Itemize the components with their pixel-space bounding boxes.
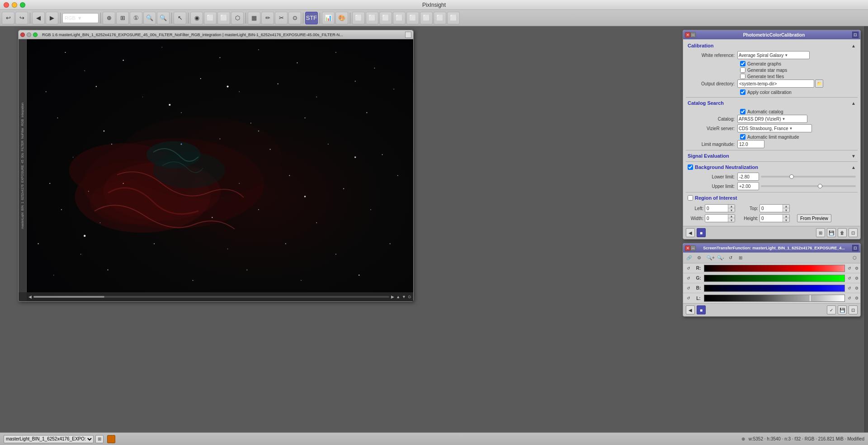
output-directory-browse-button[interactable]: 📁 bbox=[815, 80, 823, 88]
stf-g-bar[interactable] bbox=[704, 275, 845, 282]
roi-width-up[interactable]: ▲ bbox=[728, 214, 735, 218]
extra3-button[interactable]: ⬜ bbox=[379, 12, 392, 24]
stf-expand-button[interactable]: ⊡ bbox=[852, 245, 859, 251]
extra5-button[interactable]: ⬜ bbox=[406, 12, 419, 24]
stf-b-gear-button[interactable]: ⚙ bbox=[853, 285, 860, 292]
tool1-button[interactable]: ◉ bbox=[190, 12, 203, 24]
tool2-button[interactable]: ⬜ bbox=[204, 12, 217, 24]
image-nav-up[interactable]: ▲ bbox=[396, 295, 400, 299]
extra1-button[interactable]: ⬜ bbox=[352, 12, 365, 24]
lower-limit-slider-thumb[interactable] bbox=[789, 174, 794, 179]
image-canvas[interactable]: ◀ ▶ ▲ ▼ ⊙ bbox=[27, 39, 413, 301]
stf-g-gear-button[interactable]: ⚙ bbox=[853, 275, 860, 282]
output-directory-input[interactable] bbox=[737, 80, 814, 88]
background-neutralization-checkbox[interactable] bbox=[688, 164, 693, 170]
vizier-server-select[interactable]: CDS Strasbourg, France ▼ bbox=[737, 124, 812, 132]
limit-magnitude-input[interactable] bbox=[737, 140, 764, 148]
tool4-button[interactable]: ⬡ bbox=[231, 12, 244, 24]
lower-limit-slider-track[interactable] bbox=[761, 176, 856, 178]
panel-delete-button[interactable]: 🗑 bbox=[838, 228, 847, 237]
stf-r-link-button[interactable]: ↺ bbox=[846, 265, 853, 272]
zoom-in-button[interactable]: 🔍 bbox=[143, 12, 156, 24]
zoom-out-button[interactable]: 🔍 bbox=[157, 12, 170, 24]
stf-zoom-out-icon[interactable]: 🔍- bbox=[717, 254, 725, 262]
panel-save-button[interactable]: 💾 bbox=[827, 228, 836, 237]
extra2-button[interactable]: ⬜ bbox=[366, 12, 378, 24]
stf-link-icon[interactable]: 🔗 bbox=[685, 254, 693, 262]
select-button[interactable]: ↖ bbox=[174, 12, 186, 24]
stf-l-reset-button[interactable]: ↺ bbox=[685, 295, 692, 302]
zoom-fit-button[interactable]: ⊞ bbox=[116, 12, 129, 24]
image-maximize-button[interactable] bbox=[33, 33, 38, 37]
panel-new-window-button[interactable]: ⊞ bbox=[816, 228, 825, 237]
image-close-button[interactable] bbox=[20, 33, 25, 37]
generate-graphs-checkbox[interactable] bbox=[740, 61, 745, 66]
roi-width-down[interactable]: ▼ bbox=[728, 218, 735, 222]
lower-limit-input[interactable] bbox=[737, 173, 759, 181]
image-nav-right[interactable]: ▶ bbox=[391, 295, 394, 299]
apply-color-calibration-checkbox[interactable] bbox=[740, 89, 745, 95]
roi-left-up[interactable]: ▲ bbox=[728, 204, 735, 208]
nav-left-button[interactable]: ◀ bbox=[32, 12, 45, 24]
signal-evaluation-section-header[interactable]: Signal Evaluation ▼ bbox=[686, 152, 858, 159]
zoom-11-button[interactable]: ① bbox=[130, 12, 142, 24]
stf-fullscreen-button[interactable]: ⊡ bbox=[849, 305, 858, 314]
stf-g-link-button[interactable]: ↺ bbox=[846, 275, 853, 282]
stf-l-gear-button[interactable]: ⚙ bbox=[853, 295, 860, 302]
catalog-select[interactable]: APASS DR9 (VizieR) ▼ bbox=[737, 115, 807, 123]
photometric-expand-button[interactable]: ⊡ bbox=[852, 32, 859, 38]
automatic-catalog-checkbox[interactable] bbox=[740, 109, 745, 114]
stf-zoom-fit-icon[interactable]: ⊞ bbox=[736, 254, 745, 262]
stf-r-bar[interactable] bbox=[704, 265, 845, 272]
roi-top-input[interactable] bbox=[760, 205, 783, 212]
stf-check-button[interactable]: ✓ bbox=[827, 305, 836, 314]
stf-b-bar[interactable] bbox=[704, 285, 845, 292]
photometric-close-button[interactable]: ✕ bbox=[685, 32, 690, 37]
catalog-search-section-header[interactable]: Catalog Search ▲ bbox=[686, 99, 858, 107]
stf-save-button[interactable]: 💾 bbox=[838, 305, 847, 314]
stf-b-reset-button[interactable]: ↺ bbox=[685, 285, 692, 292]
extra4-button[interactable]: ⬜ bbox=[393, 12, 406, 24]
minimize-button[interactable] bbox=[12, 2, 17, 8]
roi-left-input[interactable] bbox=[705, 205, 728, 212]
stf-l-link-button[interactable]: ↺ bbox=[846, 295, 853, 302]
nav-right-button[interactable]: ▶ bbox=[46, 12, 58, 24]
panel-fullscreen-button[interactable]: ⊡ bbox=[849, 228, 858, 237]
stf-b-link-button[interactable]: ↺ bbox=[846, 285, 853, 292]
stf-apply-button[interactable]: ■ bbox=[697, 305, 706, 314]
tool8-button[interactable]: ⊙ bbox=[288, 12, 301, 24]
redo-button[interactable]: ↪ bbox=[15, 12, 28, 24]
extra8-button[interactable]: ⬜ bbox=[447, 12, 460, 24]
tool7-button[interactable]: ✂ bbox=[275, 12, 288, 24]
roi-height-spinbox[interactable]: ▲ ▼ bbox=[760, 214, 790, 222]
generate-star-maps-checkbox[interactable] bbox=[740, 67, 745, 73]
stf-r-reset-button[interactable]: ↺ bbox=[685, 265, 692, 272]
channel-selector[interactable]: RGB ▼ bbox=[62, 13, 99, 23]
roi-height-down[interactable]: ▼ bbox=[783, 218, 789, 222]
stf-l-bar[interactable] bbox=[704, 295, 845, 302]
roi-top-up[interactable]: ▲ bbox=[783, 204, 789, 208]
image-selector-expand[interactable]: ⊞ bbox=[95, 435, 104, 443]
color-button[interactable]: 🎨 bbox=[335, 12, 348, 24]
upper-limit-slider-track[interactable] bbox=[761, 185, 856, 187]
roi-top-down[interactable]: ▼ bbox=[783, 208, 789, 212]
image-nav-left[interactable]: ◀ bbox=[28, 295, 32, 299]
region-of-interest-checkbox[interactable] bbox=[688, 195, 693, 201]
roi-width-spinbox[interactable]: ▲ ▼ bbox=[705, 214, 735, 222]
auto-limit-magnitude-checkbox[interactable] bbox=[740, 134, 745, 140]
tool3-button[interactable]: ⬜ bbox=[217, 12, 230, 24]
from-preview-button[interactable]: From Preview bbox=[797, 214, 831, 222]
stf-settings-icon[interactable]: ⚙ bbox=[695, 254, 703, 262]
stf-nav-button[interactable]: ◀ bbox=[686, 305, 695, 314]
roi-left-spinbox[interactable]: ▲ ▼ bbox=[705, 204, 735, 212]
stf-close-button[interactable]: ✕ bbox=[685, 245, 690, 251]
photometric-collapse-button[interactable]: ─ bbox=[690, 32, 696, 37]
image-minimize-button[interactable] bbox=[27, 33, 31, 37]
crosshair-button[interactable]: ⊕ bbox=[103, 12, 115, 24]
stf-reset-icon[interactable]: ↺ bbox=[726, 254, 735, 262]
stf-collapse-button[interactable]: ─ bbox=[690, 245, 696, 251]
stf-r-gear-button[interactable]: ⚙ bbox=[853, 265, 860, 272]
upper-limit-input[interactable] bbox=[737, 182, 759, 190]
image-selector-dropdown[interactable]: masterLight_BIN_1_6252x4176_EXPO: bbox=[4, 435, 94, 443]
stf-extra-icon[interactable]: ⬡ bbox=[850, 254, 859, 262]
